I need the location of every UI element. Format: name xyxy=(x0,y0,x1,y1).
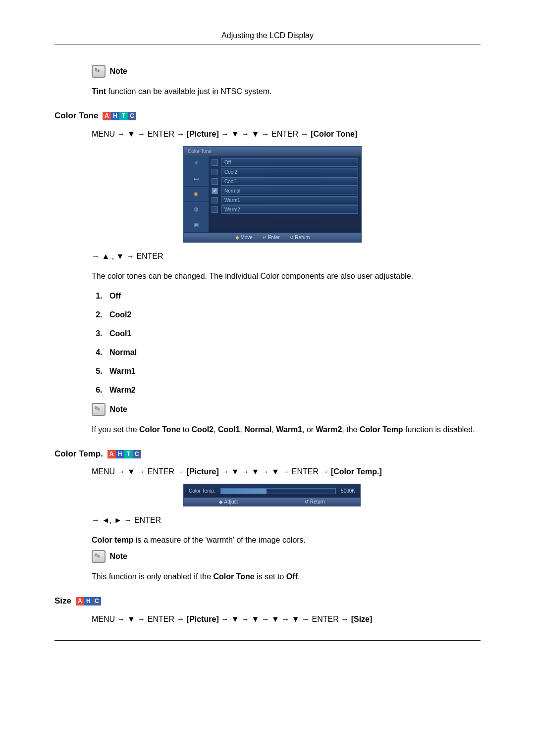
note-label: Note xyxy=(109,405,127,413)
osd-side-icon: ◉ xyxy=(184,187,209,202)
path-picture: [Picture] xyxy=(187,467,219,476)
enter-label: Enter xyxy=(268,235,280,240)
color-tone-note2: If you set the Color Tone to Cool2, Cool… xyxy=(92,424,481,436)
footer-line xyxy=(54,640,481,641)
badge-a: A xyxy=(76,597,84,605)
osd-row[interactable]: Cool2 xyxy=(212,168,358,176)
list-item: Cool2 xyxy=(105,309,481,321)
nav-path-size: MENU → ▼ → ENTER → [Picture] → ▼ → ▼ → ▼… xyxy=(92,613,481,625)
t: Cool2 xyxy=(192,425,214,434)
osd-color-tone: Color Tone ☀ ▭ ◉ ◍ ▣ Off Cool2 Cool1 Nor… xyxy=(183,146,362,243)
adjust-icon: ◆ xyxy=(219,499,223,504)
path-pre: MENU → ▼ → ENTER → xyxy=(92,467,187,476)
page-header: Adjusting the LCD Display xyxy=(54,30,481,45)
tint-note: Tint function can be available just in N… xyxy=(92,86,481,98)
return-label: Return xyxy=(310,499,325,504)
t: is set to xyxy=(255,572,286,581)
note-row: Note xyxy=(92,403,481,416)
slider-label: Color Temp. xyxy=(189,487,215,495)
t: . xyxy=(298,572,300,581)
mode-badges: A H T C xyxy=(107,450,141,458)
list-item: Warm2 xyxy=(105,384,481,396)
osd-footer: ◆ Move ↵ Enter ↺ Return xyxy=(184,233,361,242)
osd-slider-row[interactable]: Color Temp. 5000K xyxy=(184,484,360,498)
osd-body: ☀ ▭ ◉ ◍ ▣ Off Cool2 Cool1 Normal Warm1 W… xyxy=(184,156,361,233)
list-item: Cool1 xyxy=(105,328,481,340)
return-icon: ↺ xyxy=(290,235,294,240)
t: Color Tone xyxy=(139,425,180,434)
t: Color Temp xyxy=(360,425,403,434)
t: Off xyxy=(286,572,298,581)
badge-h: H xyxy=(111,112,119,120)
t: Cool1 xyxy=(218,425,240,434)
osd-side-icon: ☀ xyxy=(184,156,209,171)
mode-badges: A H C xyxy=(76,597,101,605)
osd-side-icon: ◍ xyxy=(184,202,209,217)
tint-bold: Tint xyxy=(92,87,106,96)
badge-t: T xyxy=(119,112,128,120)
t: is a measure of the 'warmth' of the imag… xyxy=(133,536,306,544)
slider-fill xyxy=(221,489,267,494)
move-label: Move xyxy=(240,235,252,240)
osd-check xyxy=(212,169,218,175)
path-mid: → ▼ → ▼ → ▼ → ENTER → xyxy=(221,467,331,476)
osd-row[interactable]: Warm1 xyxy=(212,196,358,204)
osd-row[interactable]: Off xyxy=(212,158,358,167)
color-tone-desc: The color tones can be changed. The indi… xyxy=(92,270,481,282)
color-tone-title: Color Tone xyxy=(54,111,98,120)
t: to xyxy=(180,425,191,434)
osd-side-icon: ▣ xyxy=(184,217,209,233)
t: , xyxy=(240,425,244,434)
t: This function is only enabled if the xyxy=(92,572,213,581)
badge-a: A xyxy=(107,450,116,458)
osd-option: Cool1 xyxy=(221,177,358,186)
t: Warm1 xyxy=(276,425,302,434)
size-title: Size xyxy=(54,596,71,605)
osd-row[interactable]: Normal xyxy=(212,187,358,195)
t: Normal xyxy=(244,425,271,434)
osd-check xyxy=(212,159,218,166)
osd-side: ☀ ▭ ◉ ◍ ▣ xyxy=(184,156,209,233)
path-mid: → ▼ → ▼ → ▼ → ▼ → ENTER → xyxy=(221,615,351,623)
badge-c: C xyxy=(128,112,136,120)
t: If you set the xyxy=(92,425,139,434)
t: Color Tone xyxy=(213,572,254,581)
osd-side-icon: ▭ xyxy=(184,171,209,187)
note-icon xyxy=(92,403,106,416)
note-icon xyxy=(92,65,106,78)
nav-path-color-temp: MENU → ▼ → ENTER → [Picture] → ▼ → ▼ → ▼… xyxy=(92,466,481,478)
return-label: Return xyxy=(295,235,310,240)
list-item: Normal xyxy=(105,347,481,358)
t: Color temp xyxy=(92,536,133,544)
osd-row[interactable]: Warm2 xyxy=(212,205,358,214)
osd-option: Normal xyxy=(221,187,358,195)
badge-c: C xyxy=(133,450,141,458)
badge-h: H xyxy=(116,450,124,458)
color-temp-title: Color Temp. xyxy=(54,449,103,458)
color-temp-desc: Color temp is a measure of the 'warmth' … xyxy=(92,534,481,546)
tint-rest: function can be available just in NTSC s… xyxy=(106,87,271,96)
slider-track[interactable] xyxy=(220,488,336,494)
osd-option: Cool2 xyxy=(221,168,358,176)
t: , xyxy=(214,425,218,434)
osd-main: Off Cool2 Cool1 Normal Warm1 Warm2 xyxy=(209,156,361,233)
note-row: Note xyxy=(92,65,481,78)
adjust-label: Adjust xyxy=(224,499,238,504)
path-final: [Color Temp.] xyxy=(331,467,382,476)
path-pre: MENU → ▼ → ENTER → xyxy=(92,615,187,623)
t: function is disabled. xyxy=(403,425,475,434)
path-final: [Color Tone] xyxy=(311,130,357,138)
section-title-size: Size A H C xyxy=(54,595,481,607)
color-temp-note: This function is only enabled if the Col… xyxy=(92,571,481,583)
t: , the xyxy=(342,425,360,434)
osd-option: Warm2 xyxy=(221,205,358,214)
path-picture: [Picture] xyxy=(187,130,219,138)
path-mid: → ▼ → ▼ → ENTER → xyxy=(221,130,311,138)
osd-row[interactable]: Cool1 xyxy=(212,177,358,186)
osd-check xyxy=(212,197,218,203)
osd-option: Off xyxy=(221,158,358,167)
osd-slider-footer: ◆ Adjust ↺ Return xyxy=(184,498,360,506)
note-label: Note xyxy=(109,552,127,560)
list-item: Warm1 xyxy=(105,365,481,377)
badge-c: C xyxy=(93,597,101,605)
